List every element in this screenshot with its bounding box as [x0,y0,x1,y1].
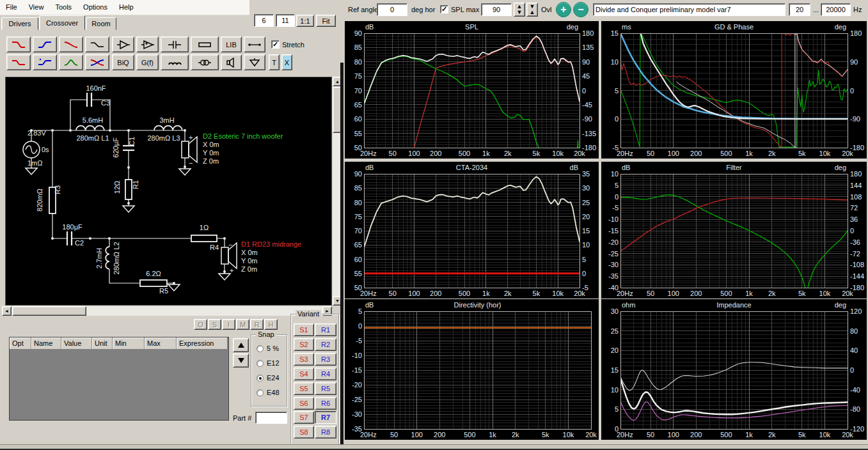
lowshelf-block-button[interactable] [6,54,31,70]
variant-recall-r2-button[interactable]: R2 [315,338,336,351]
svg-text:12Ω: 12Ω [113,181,121,194]
variant-save-s3-button[interactable]: S3 [294,353,314,366]
menu-item-file[interactable]: File [0,0,23,13]
svg-text:180: 180 [582,29,594,37]
svg-text:-45: -45 [582,101,592,109]
svg-text:SPL: SPL [465,23,478,31]
opamp-button[interactable] [136,36,159,52]
variant-recall-r4-button[interactable]: R4 [315,368,336,380]
highpass-block-button[interactable] [33,36,57,52]
snap-radio-5[interactable] [256,345,264,352]
table-header-value[interactable]: Value [61,338,92,350]
snap-option-label: E24 [267,374,280,382]
library-button[interactable]: LIB [221,36,242,52]
hscroll-thumb[interactable] [12,306,86,316]
capacitor-button[interactable] [161,36,189,52]
svg-text:2k: 2k [504,150,512,157]
variant-recall-r6-button[interactable]: R6 [315,397,336,410]
svg-text:160nF: 160nF [86,84,106,92]
variant-save-s4-button[interactable]: S4 [294,368,314,380]
table-header-name[interactable]: Name [31,338,61,350]
resistor-button[interactable] [191,36,219,52]
speaker-button[interactable] [221,54,242,70]
menu-item-tools[interactable]: Tools [49,0,77,13]
overlay-remove-button[interactable]: − [573,2,588,17]
svg-text:GD & Phase: GD & Phase [714,23,754,31]
spl-max-checkbox[interactable]: ✓ [440,5,448,13]
optimizer-s-button[interactable]: S [208,319,221,330]
tab-crossover[interactable]: Crossover [39,15,85,30]
highshelf-block-button[interactable] [33,54,57,70]
menu-item-options[interactable]: Options [77,0,113,13]
row-up-button[interactable] [233,338,249,352]
svg-text:90: 90 [582,58,590,66]
variant-recall-r3-button[interactable]: R3 [315,353,336,366]
row-down-button[interactable] [233,353,249,368]
shelf-block-button[interactable] [85,36,109,52]
transfer-function-button[interactable]: G(f) [136,54,159,70]
variant-recall-r5-button[interactable]: R5 [315,382,336,395]
autoscale-button[interactable]: ▼▲ [526,3,538,17]
table-header-expression[interactable]: Expression [177,338,228,350]
overlay-add-button[interactable]: + [556,2,571,17]
cta-2034-graph: dBdBCTA-20349085807570656055503530252015… [345,162,599,299]
wire-button[interactable] [244,36,265,52]
peak-eq-block-button[interactable] [59,54,83,70]
variant-save-s6-button[interactable]: S6 [294,397,314,410]
freq-min-input[interactable] [789,3,810,16]
variant-recall-r7-button[interactable]: R7 [315,411,336,424]
stretch-checkbox[interactable]: ✓ [271,40,280,49]
part-number-input[interactable] [255,412,287,424]
snap-radio-e48[interactable] [256,389,264,396]
project-name-input[interactable] [593,3,785,16]
optimizer-i-button[interactable]: I [222,319,235,330]
fit-button[interactable]: Fit [316,15,336,27]
vituixcad-window: FileViewToolsOptionsHelp 6 11 1:1 Fit Re… [0,0,868,450]
zoom-1-1-button[interactable]: 1:1 [296,15,314,27]
optimizer-table[interactable]: OptNameValueUnitMinMaxExpression [9,337,229,421]
schematic-canvas[interactable]: 160nFC35.6mH280mΩ L12.83V0s1mΩ620µFC13mH… [5,77,332,306]
table-header-unit[interactable]: Unit [92,338,113,350]
optimizer-h-button[interactable]: H [264,319,278,330]
optimizer-r-button[interactable]: R [250,319,264,330]
snap-radio-e24[interactable] [256,375,264,382]
snap-radio-e12[interactable] [256,360,264,367]
menu-item-help[interactable]: Help [113,0,139,13]
optimizer-m-button[interactable]: M [236,319,249,330]
variant-save-s5-button[interactable]: S5 [294,382,314,395]
lowpass-block-button[interactable] [6,36,31,52]
crossover-block-button[interactable] [85,54,109,70]
variant-recall-r1-button[interactable]: R1 [315,323,336,336]
table-header-max[interactable]: Max [145,338,177,350]
biquad-button[interactable]: BiQ [112,54,134,70]
allpass-block-button[interactable] [59,36,83,52]
variant-save-s2-button[interactable]: S2 [294,338,314,351]
variant-recall-r8-button[interactable]: R8 [315,426,336,438]
menu-item-view[interactable]: View [23,0,50,13]
variant-save-s8-button[interactable]: S8 [294,426,314,438]
svg-text:72: 72 [850,204,858,212]
freq-max-input[interactable] [821,3,851,16]
ground-button[interactable] [244,54,265,70]
ref-angle-input[interactable] [377,3,407,16]
schematic-hscrollbar[interactable]: ◄ ► [2,306,332,316]
transformer-button[interactable] [191,54,219,70]
svg-text:-90: -90 [850,115,860,123]
spl-max-spinner[interactable]: ▲▼ [514,3,525,17]
delete-tool-button[interactable]: X [281,54,292,70]
scroll-left-icon[interactable]: ◄ [2,306,12,316]
driver-count-box[interactable]: 6 [254,14,274,27]
table-header-opt[interactable]: Opt [10,338,31,350]
spl-max-input[interactable] [481,3,512,16]
table-header-min[interactable]: Min [113,338,145,350]
variant-save-s7-button[interactable]: S7 [294,411,314,424]
text-tool-button[interactable]: T [269,54,280,70]
svg-text:20Hz: 20Hz [360,290,377,297]
inductor-button[interactable] [161,54,189,70]
tab-room[interactable]: Room [86,17,116,30]
node-count-box[interactable]: 11 [276,14,295,27]
variant-save-s1-button[interactable]: S1 [294,323,314,336]
optimizer-o-button[interactable]: O [194,319,207,330]
tab-drivers[interactable]: Drivers [1,17,38,30]
amplifier-button[interactable] [112,36,134,52]
